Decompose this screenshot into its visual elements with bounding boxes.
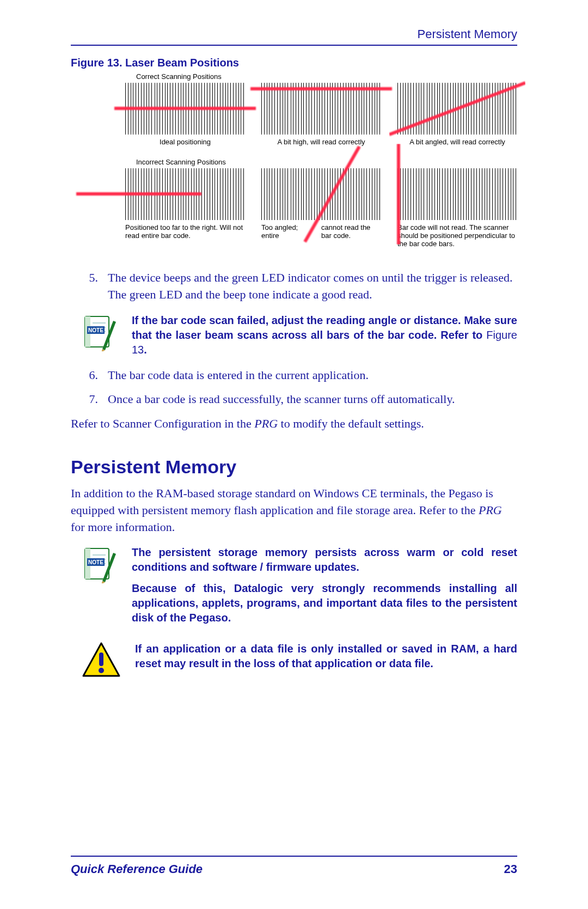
- section-paragraph: In addition to the RAM-based storage sta…: [71, 485, 517, 535]
- svg-rect-0: [114, 107, 256, 110]
- note-1-text: If the bar code scan failed, adjust the …: [132, 313, 517, 357]
- footer-title: Quick Reference Guide: [71, 862, 203, 876]
- svg-rect-1: [250, 87, 392, 90]
- warning-1-text: If an application or a data file is only…: [135, 642, 517, 671]
- barcode-incorrect-3-label: Bar code will not read. The scanner shou…: [397, 223, 517, 248]
- note-2: NOTE The persistent storage memory persi…: [82, 545, 517, 632]
- note-1: NOTE If the bar code scan failed, adjust…: [82, 313, 517, 357]
- barcode-incorrect-1-label: Positioned too far to the right. Will no…: [125, 223, 245, 240]
- section-heading-persistent-memory: Persistent Memory: [71, 456, 517, 478]
- page-footer: Quick Reference Guide 23: [71, 851, 517, 876]
- list-number-7: 7.: [71, 391, 108, 408]
- svg-line-2: [389, 83, 525, 135]
- figure-incorrect-row: Positioned too far to the right. Will no…: [125, 168, 517, 248]
- list-item-6: 6. The bar code data is entered in the c…: [71, 367, 517, 384]
- list-body-5: The device beeps and the green LED indic…: [108, 270, 517, 303]
- figure-caption: Figure 13. Laser Beam Positions: [71, 57, 517, 69]
- barcode-correct-3: A bit angled, will read correctly: [397, 83, 517, 146]
- barcode-correct-1: Ideal positioning: [125, 83, 245, 146]
- barcode-incorrect-2: Too angled; entire cannot read the bar c…: [261, 168, 381, 248]
- header-section-title: Persistent Memory: [71, 27, 517, 41]
- footer-page-number: 23: [504, 862, 517, 876]
- note-icon: NOTE: [82, 313, 118, 351]
- list-item-5: 5. The device beeps and the green LED in…: [71, 270, 517, 303]
- note-2-text: The persistent storage memory persists a…: [132, 545, 517, 632]
- note-icon: NOTE: [82, 545, 118, 583]
- refer-paragraph: Refer to Scanner Configuration in the PR…: [71, 416, 517, 432]
- barcode-incorrect-2-label-left: Too angled; entire: [261, 223, 305, 240]
- header-rule: [71, 45, 517, 46]
- barcode-correct-1-label: Ideal positioning: [160, 138, 211, 146]
- svg-rect-25: [99, 652, 103, 666]
- svg-rect-3: [76, 192, 201, 196]
- list-number-5: 5.: [71, 270, 108, 303]
- list-number-6: 6.: [71, 367, 108, 384]
- warning-1: If an application or a data file is only…: [82, 642, 517, 679]
- list-body-6: The bar code data is entered in the curr…: [108, 367, 517, 384]
- list-item-7: 7. Once a bar code is read successfully,…: [71, 391, 517, 408]
- svg-line-4: [305, 147, 359, 242]
- barcode-correct-2: A bit high, will read correctly: [261, 83, 381, 146]
- list-body-7: Once a bar code is read successfully, th…: [108, 391, 517, 408]
- barcode-incorrect-1: Positioned too far to the right. Will no…: [125, 168, 245, 248]
- footer-rule: [71, 856, 517, 857]
- svg-point-26: [99, 668, 104, 673]
- warning-icon: [82, 642, 121, 679]
- svg-text:NOTE: NOTE: [88, 327, 103, 333]
- svg-text:NOTE: NOTE: [88, 559, 103, 565]
- figure-correct-row: Ideal positioning A bit high, will read …: [125, 83, 517, 146]
- barcode-incorrect-3: Bar code will not read. The scanner shou…: [397, 168, 517, 248]
